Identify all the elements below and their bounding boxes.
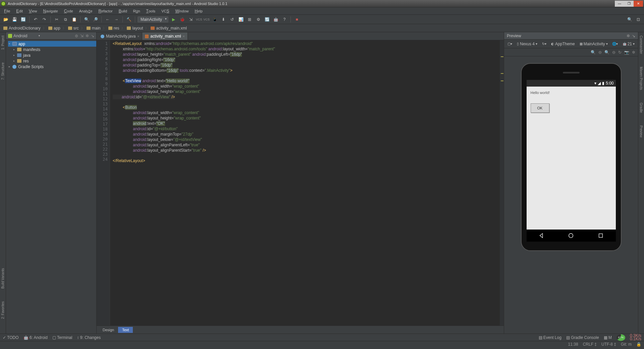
cursor-position[interactable]: 11:38 xyxy=(568,342,578,347)
cut-icon[interactable]: ✂ xyxy=(53,16,60,23)
gear-icon[interactable]: ✲ xyxy=(86,34,89,38)
device-dropdown[interactable]: ▯ Nexus 4 ▾ xyxy=(516,41,539,47)
menu-help[interactable]: Help xyxy=(192,8,205,14)
menu-edit[interactable]: Edit xyxy=(13,8,25,14)
menu-file[interactable]: File xyxy=(1,8,13,14)
memory-meter[interactable]: 67% xyxy=(616,334,625,341)
recent-nav-icon[interactable] xyxy=(598,233,604,239)
rail-preview[interactable]: Preview xyxy=(639,124,643,139)
crumb-project[interactable]: AndroidDictionary xyxy=(2,26,42,31)
settings-icon[interactable]: ✲ xyxy=(632,50,635,55)
hide-icon[interactable]: ↘ xyxy=(632,34,635,38)
run-config-dropdown[interactable]: MainActivity xyxy=(138,16,168,22)
menu-code[interactable]: Code xyxy=(61,8,76,14)
menu-refactor[interactable]: Refactor xyxy=(96,8,115,14)
monitor-icon[interactable]: 📊 xyxy=(237,16,245,23)
close-icon[interactable]: × xyxy=(183,35,185,38)
line-separator[interactable]: CRLF ‡ xyxy=(583,342,597,347)
tab-text[interactable]: Text xyxy=(118,327,133,333)
menu-analyze[interactable]: Analyze xyxy=(76,8,95,14)
forward-icon[interactable]: → xyxy=(113,16,120,23)
preview-textview[interactable]: Hello world! xyxy=(531,91,612,95)
project-structure-icon[interactable]: ⚙ xyxy=(255,16,262,23)
tab-activity-main[interactable]: activity_main.xml× xyxy=(142,33,187,40)
crumb-app[interactable]: app xyxy=(47,26,62,31)
open-icon[interactable]: 📂 xyxy=(2,16,9,23)
window-minimize-button[interactable]: — xyxy=(615,1,624,7)
tab-design[interactable]: Design xyxy=(99,327,118,333)
crumb-res[interactable]: res xyxy=(107,26,121,31)
rewind-icon[interactable]: ↺ xyxy=(228,16,236,23)
zoom-fit-icon[interactable]: 🔍 xyxy=(591,50,596,55)
menu-view[interactable]: View xyxy=(26,8,40,14)
zoom-in-icon[interactable]: 🔍 xyxy=(604,50,609,55)
menu-tools[interactable]: Tools xyxy=(144,8,158,14)
theme-dropdown[interactable]: ◐ AppTheme xyxy=(550,41,576,47)
preview-ok-button[interactable]: OK xyxy=(531,103,549,113)
crumb-file[interactable]: activity_main.xml xyxy=(149,26,188,31)
orientation-icon[interactable]: ↻▾ xyxy=(541,42,548,46)
crumb-layout[interactable]: layout xyxy=(125,26,144,31)
device-screen[interactable]: ▾ ◢ ▮ 5:00 Hello world! OK xyxy=(527,80,616,242)
menu-build[interactable]: Build xyxy=(116,8,130,14)
copy-icon[interactable]: ⧉ xyxy=(62,16,69,23)
window-close-button[interactable]: ✕ xyxy=(634,1,643,7)
debug-icon[interactable]: 🐞 xyxy=(178,16,186,23)
event-log-tool[interactable]: ▤ Event Log xyxy=(539,335,561,340)
changes-tool[interactable]: ↕ 9: Changes xyxy=(77,335,101,340)
terminal-tool[interactable]: ▢ Terminal xyxy=(52,335,72,340)
rail-project[interactable]: 1: Project xyxy=(1,34,5,51)
crumb-main[interactable]: main xyxy=(85,26,102,31)
toolwindow-icon[interactable]: ⊡ xyxy=(635,16,642,23)
locale-icon[interactable]: 🌐▾ xyxy=(611,42,619,46)
rail-structure[interactable]: 7: Structure xyxy=(1,61,5,81)
encoding[interactable]: UTF-8 ‡ xyxy=(601,342,616,347)
save-icon[interactable]: 💾 xyxy=(11,16,18,23)
crumb-src[interactable]: src xyxy=(67,26,80,31)
tab-mainactivity[interactable]: MainActivity.java× xyxy=(98,33,142,40)
project-view-dropdown[interactable]: Android ▾ xyxy=(8,34,40,38)
redo-icon[interactable]: ↷ xyxy=(41,16,48,23)
zoom-actual-icon[interactable]: ⊖ xyxy=(612,50,615,55)
android-icon[interactable]: 🤖 xyxy=(272,16,279,23)
tree-app[interactable]: ▾app xyxy=(8,41,96,47)
sync-gradle-icon[interactable]: 🔃 xyxy=(263,16,271,23)
home-nav-icon[interactable] xyxy=(568,233,574,239)
rail-gradle[interactable]: Gradle xyxy=(639,101,643,114)
render-config-icon[interactable]: ▢▾ xyxy=(506,42,514,46)
tree-res[interactable]: ▸res xyxy=(8,58,96,64)
vcs-down-icon[interactable]: VCS xyxy=(204,18,210,21)
gear-icon[interactable]: ✲ xyxy=(627,34,630,38)
zoom-out-icon[interactable]: ⊖ xyxy=(598,50,602,55)
menu-vcs[interactable]: VCS xyxy=(159,8,172,14)
collapse-icon[interactable]: ⇲ xyxy=(80,34,84,38)
find-icon[interactable]: 🔍 xyxy=(83,16,90,23)
scroll-to-icon[interactable]: ⊚ xyxy=(75,34,78,38)
rail-commander[interactable]: Commander xyxy=(639,34,643,55)
rail-favorites[interactable]: 2: Favorites xyxy=(1,300,5,320)
undo-icon[interactable]: ↶ xyxy=(32,16,39,23)
line-gutter[interactable]: 123456789101112131415161718192021222324 xyxy=(97,40,110,326)
gradle-console-tool[interactable]: ▤ Gradle Console xyxy=(566,335,599,340)
editor-markbar[interactable] xyxy=(500,40,504,326)
android-tool[interactable]: 🤖 6: Android xyxy=(23,335,48,340)
menu-window[interactable]: Window xyxy=(172,8,191,14)
replace-icon[interactable]: 🔎 xyxy=(92,16,99,23)
rail-maven[interactable]: Maven Projects xyxy=(639,65,643,91)
tree-gradle[interactable]: ▸Gradle Scripts xyxy=(8,64,96,69)
search-everywhere-icon[interactable]: 🔍 xyxy=(626,16,633,23)
stop-icon[interactable]: ■ xyxy=(293,16,301,23)
hide-icon[interactable]: ↘ xyxy=(91,34,94,38)
window-maximize-button[interactable]: ❐ xyxy=(624,1,634,7)
screenshot-icon[interactable]: 📷 xyxy=(624,50,629,55)
rail-build-variants[interactable]: Build Variants xyxy=(1,267,5,290)
api-dropdown[interactable]: 🤖 21 ▾ xyxy=(621,41,636,47)
vcs-up-icon[interactable]: VCS xyxy=(196,18,202,21)
sync-icon[interactable]: 🔄 xyxy=(19,16,27,23)
make-icon[interactable]: 🔨 xyxy=(125,16,132,23)
structure-icon[interactable]: ⊞ xyxy=(246,16,253,23)
code-editor[interactable]: <RelativeLayout xmlns:android="http://sc… xyxy=(110,40,500,326)
lock-icon[interactable]: 🔒 xyxy=(636,342,641,347)
tree-manifests[interactable]: ▸manifests xyxy=(8,47,96,52)
back-nav-icon[interactable] xyxy=(538,233,544,239)
